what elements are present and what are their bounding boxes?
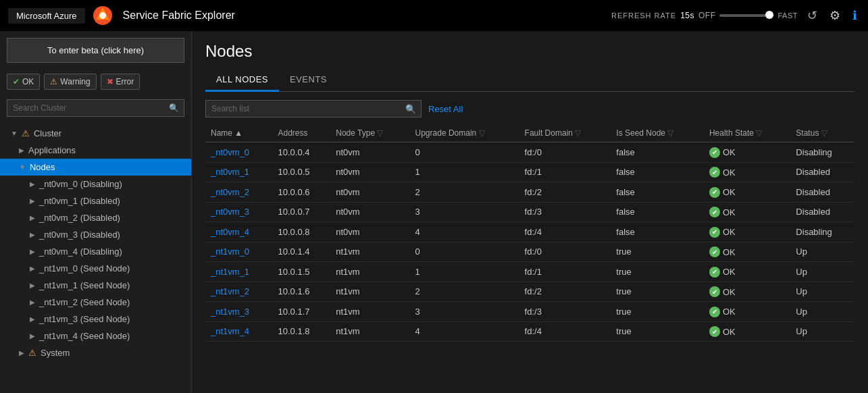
warn-icon: ⚠: [28, 348, 36, 358]
search-list-input[interactable]: [205, 100, 422, 117]
table-row[interactable]: _nt1vm_410.0.1.8nt1vm4fd:/4true✔ OKUp: [205, 321, 854, 342]
col-address[interactable]: Address: [273, 124, 331, 142]
info-button[interactable]: ℹ: [850, 5, 860, 26]
table-row[interactable]: _nt0vm_010.0.0.4nt0vm0fd:/0false✔ OKDisa…: [205, 142, 854, 163]
cell-name[interactable]: _nt0vm_0: [205, 142, 273, 163]
nav-caret-icon: ▶: [30, 298, 35, 306]
cell-is-seed-node: true: [611, 282, 704, 302]
table-row[interactable]: _nt0vm_110.0.0.5nt0vm1fd:/1false✔ OKDisa…: [205, 162, 854, 182]
cell-health-state: ✔ OK: [704, 162, 790, 182]
nav-item-6[interactable]: ▶_nt0vm_3 (Disabled): [0, 226, 191, 243]
nav-item-2[interactable]: ▼Nodes: [0, 159, 191, 176]
nav-item-9[interactable]: ▶_nt1vm_1 (Seed Node): [0, 277, 191, 294]
nav-item-11[interactable]: ▶_nt1vm_3 (Seed Node): [0, 311, 191, 328]
nav-item-3[interactable]: ▶_nt0vm_0 (Disabling): [0, 176, 191, 192]
nav-item-0[interactable]: ▼⚠Cluster: [0, 125, 191, 142]
col-node-type[interactable]: Node Type ▽: [330, 124, 409, 142]
col-health-state[interactable]: Health State ▽: [704, 124, 790, 142]
refresh-off-label: OFF: [698, 11, 716, 20]
reset-all-button[interactable]: Reset All: [428, 104, 463, 114]
search-cluster-container: 🔍: [7, 99, 184, 117]
cell-name[interactable]: _nt1vm_0: [205, 242, 273, 262]
filter-icon: ▽: [756, 128, 762, 138]
col-name[interactable]: Name ▲: [205, 124, 273, 142]
brand-label[interactable]: Microsoft Azure: [8, 8, 85, 24]
nav-item-10[interactable]: ▶_nt1vm_2 (Seed Node): [0, 294, 191, 311]
cell-address: 10.0.0.7: [273, 202, 331, 222]
nav-item-1[interactable]: ▶Applications: [0, 142, 191, 159]
nav-item-label: _nt1vm_4 (Seed Node): [39, 331, 130, 341]
ok-label: OK: [22, 77, 34, 86]
refresh-slider[interactable]: [719, 14, 773, 17]
cell-name[interactable]: _nt1vm_3: [205, 302, 273, 322]
cell-address: 10.0.0.4: [273, 142, 331, 163]
beta-banner[interactable]: To enter beta (click here): [7, 38, 184, 63]
nav-item-7[interactable]: ▶_nt0vm_4 (Disabling): [0, 243, 191, 260]
nav-item-12[interactable]: ▶_nt1vm_4 (Seed Node): [0, 328, 191, 344]
nav-item-label: _nt1vm_3 (Seed Node): [39, 314, 130, 324]
nav-caret-icon: ▶: [30, 282, 35, 289]
table-row[interactable]: _nt1vm_310.0.1.7nt1vm3fd:/3true✔ OKUp: [205, 302, 854, 322]
page-title: Nodes: [205, 42, 854, 61]
table-row[interactable]: _nt1vm_010.0.1.4nt1vm0fd:/0true✔ OKUp: [205, 242, 854, 262]
filter-icon: ▽: [377, 128, 383, 138]
cell-is-seed-node: true: [611, 262, 704, 282]
search-list-icon: 🔍: [405, 104, 416, 114]
col-fault-domain[interactable]: Fault Domain ▽: [519, 124, 611, 142]
cell-upgrade-domain: 0: [410, 142, 519, 163]
cell-node-type: nt1vm: [330, 302, 409, 322]
cell-node-type: nt0vm: [330, 182, 409, 203]
cell-name[interactable]: _nt1vm_4: [205, 321, 273, 342]
cell-fault-domain: fd:/0: [519, 142, 611, 163]
col-is-seed-node[interactable]: Is Seed Node ▽: [611, 124, 704, 142]
table-row[interactable]: _nt0vm_310.0.0.7nt0vm3fd:/3false✔ OKDisa…: [205, 202, 854, 222]
cell-address: 10.0.1.6: [273, 282, 331, 302]
nav-item-label: _nt1vm_1 (Seed Node): [39, 280, 130, 290]
settings-button[interactable]: ⚙: [827, 5, 843, 26]
cell-status: Disabled: [790, 162, 854, 182]
cell-name[interactable]: _nt0vm_2: [205, 182, 273, 203]
slider-thumb: [765, 11, 773, 19]
refresh-button[interactable]: ↺: [805, 5, 820, 26]
cell-name[interactable]: _nt1vm_2: [205, 282, 273, 302]
slider-track: [719, 14, 773, 17]
cell-name[interactable]: _nt0vm_1: [205, 162, 273, 182]
nav-item-13[interactable]: ▶⚠System: [0, 344, 191, 361]
cell-address: 10.0.0.8: [273, 222, 331, 242]
search-cluster-input[interactable]: [7, 99, 184, 117]
nav-item-5[interactable]: ▶_nt0vm_2 (Disabled): [0, 209, 191, 226]
status-error-button[interactable]: ✖ Error: [101, 74, 141, 90]
tabs-container: ALL NODESEVENTS: [205, 69, 854, 92]
cell-status: Disabling: [790, 222, 854, 242]
nav-item-8[interactable]: ▶_nt1vm_0 (Seed Node): [0, 260, 191, 277]
ok-circle-icon: ✔: [709, 147, 720, 158]
status-warning-button[interactable]: ⚠ Warning: [44, 74, 96, 90]
cell-name[interactable]: _nt0vm_3: [205, 202, 273, 222]
col-status[interactable]: Status ▽: [790, 124, 854, 142]
svg-point-2: [99, 12, 106, 19]
ok-circle-icon: ✔: [709, 307, 720, 317]
status-ok-button[interactable]: ✔ OK: [7, 74, 40, 90]
cell-upgrade-domain: 4: [410, 321, 519, 342]
table-row[interactable]: _nt1vm_110.0.1.5nt1vm1fd:/1true✔ OKUp: [205, 262, 854, 282]
cell-address: 10.0.1.8: [273, 321, 331, 342]
cell-health-state: ✔ OK: [704, 202, 790, 222]
cell-fault-domain: fd:/0: [519, 242, 611, 262]
cell-name[interactable]: _nt1vm_1: [205, 262, 273, 282]
table-row[interactable]: _nt1vm_210.0.1.6nt1vm2fd:/2true✔ OKUp: [205, 282, 854, 302]
refresh-rate-controls: REFRESH RATE 15s OFF FAST: [611, 11, 798, 20]
col-upgrade-domain[interactable]: Upgrade Domain ▽: [410, 124, 519, 142]
cell-is-seed-node: true: [611, 242, 704, 262]
search-list-container: 🔍: [205, 100, 422, 117]
nav-caret-icon: ▶: [30, 231, 35, 238]
table-row[interactable]: _nt0vm_410.0.0.8nt0vm4fd:/4false✔ OKDisa…: [205, 222, 854, 242]
table-row[interactable]: _nt0vm_210.0.0.6nt0vm2fd:/2false✔ OKDisa…: [205, 182, 854, 203]
cell-health-state: ✔ OK: [704, 242, 790, 262]
nav-item-4[interactable]: ▶_nt0vm_1 (Disabled): [0, 192, 191, 209]
app-title: Service Fabric Explorer: [123, 9, 235, 22]
ok-circle-icon: ✔: [709, 227, 720, 238]
tab-events[interactable]: EVENTS: [279, 69, 338, 92]
tab-all-nodes[interactable]: ALL NODES: [205, 69, 279, 92]
cell-name[interactable]: _nt0vm_4: [205, 222, 273, 242]
cell-node-type: nt1vm: [330, 321, 409, 342]
